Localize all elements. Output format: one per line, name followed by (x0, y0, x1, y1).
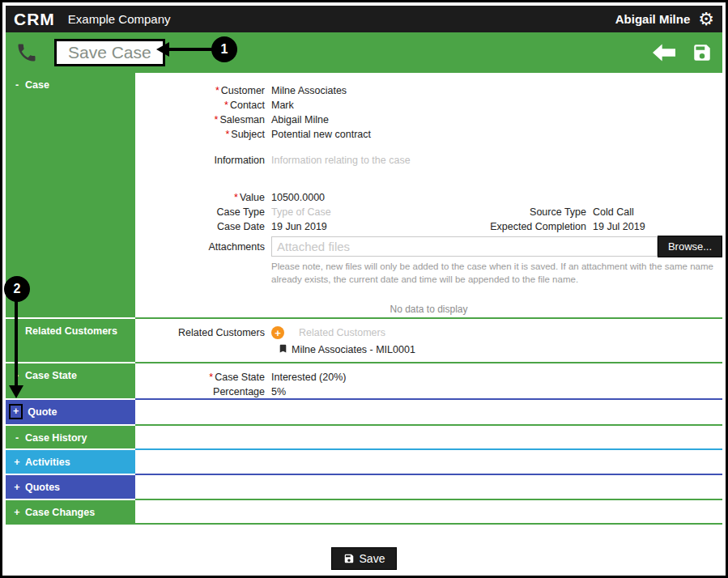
expand-icon[interactable]: + (12, 507, 22, 518)
footer: Save (6, 525, 722, 570)
required-marker: * (215, 114, 219, 125)
sidebar-item-label: Quote (28, 406, 57, 418)
sidebar-item-quote[interactable]: + Quote (6, 398, 135, 424)
customer-label: *Customer (135, 83, 271, 98)
save-button[interactable]: Save (331, 547, 398, 570)
related-customers-panel: Related Customers + Related Customers Mi… (135, 317, 722, 362)
spacer (135, 168, 722, 190)
case-type-label: Case Type (135, 205, 271, 219)
collapse-icon[interactable]: - (12, 79, 22, 91)
settings-gear-icon[interactable]: ⚙ (698, 11, 714, 28)
customer-value[interactable]: Milne Associates (271, 83, 347, 98)
information-field[interactable]: Information relating to the case (271, 153, 411, 168)
topbar: CRM Example Company Abigail Milne ⚙ (6, 6, 722, 32)
linked-customer[interactable]: Milne Associates - MIL0001 (278, 343, 722, 356)
required-marker: * (224, 100, 228, 111)
case-type-field[interactable]: Type of Case (271, 205, 439, 219)
toolbar: Save Case (6, 32, 722, 73)
section-case-changes: + Case Changes (6, 499, 722, 525)
annotation-step-1: 1 (211, 36, 237, 62)
add-related-customer-icon[interactable]: + (271, 326, 284, 339)
main-body: - Case *Customer Milne Associates *Conta… (6, 73, 722, 525)
spacer (135, 142, 722, 153)
value-label: *Value (135, 190, 271, 205)
sidebar-item-case-state[interactable]: - Case State (6, 362, 135, 398)
case-date-label: Case Date (135, 219, 271, 234)
contact-row: *Contact Mark (135, 98, 722, 113)
attachments-note: Please note, new files will only be adde… (271, 261, 719, 286)
percentage-value[interactable]: 5% (271, 385, 286, 398)
sidebar-item-label: Quotes (25, 482, 60, 493)
attachments-label: Attachments (135, 240, 271, 254)
collapse-icon[interactable]: - (12, 432, 22, 444)
case-state-row: *Case State Interested (20%) (135, 370, 722, 385)
expand-icon[interactable]: + (12, 482, 22, 493)
salesman-value[interactable]: Abigail Milne (271, 113, 329, 127)
expand-icon[interactable]: + (12, 457, 22, 468)
browse-button[interactable]: Browse... (658, 236, 722, 257)
information-label: Information (135, 153, 271, 168)
sidebar-item-quotes[interactable]: + Quotes (6, 474, 135, 499)
phone-icon[interactable] (15, 41, 38, 64)
user-name[interactable]: Abigail Milne (615, 12, 691, 26)
activities-panel (135, 448, 722, 474)
case-history-panel (135, 424, 722, 448)
sidebar-item-related-customers[interactable]: Related Customers (6, 317, 135, 362)
section-case: - Case *Customer Milne Associates *Conta… (6, 73, 722, 317)
value-field[interactable]: 10500.0000 (271, 190, 325, 205)
linked-customer-name[interactable]: Milne Associates - MIL0001 (292, 344, 415, 355)
contact-value[interactable]: Mark (271, 98, 294, 113)
subject-label: *Subject (135, 127, 271, 142)
case-form: *Customer Milne Associates *Contact Mark… (135, 73, 722, 317)
subject-row: *Subject Potential new contract (135, 127, 722, 142)
case-date-value[interactable]: 19 Jun 2019 (271, 219, 439, 234)
back-icon[interactable] (653, 44, 675, 62)
quote-panel (135, 398, 722, 424)
annotation-arrow-1-head (156, 42, 169, 57)
case-type-row: Case Type Type of Case Source Type Cold … (135, 205, 722, 219)
expand-icon[interactable]: + (9, 404, 23, 419)
required-marker: * (234, 192, 238, 203)
no-data-text: No data to display (135, 304, 722, 315)
sidebar-item-label: Case (25, 79, 49, 91)
annotation-step-2: 2 (4, 276, 30, 302)
attachments-input[interactable] (271, 236, 658, 257)
customer-row: *Customer Milne Associates (135, 83, 722, 98)
save-icon[interactable] (692, 42, 713, 63)
required-marker: * (215, 85, 219, 96)
case-state-panel: *Case State Interested (20%) Percentage … (135, 362, 722, 398)
save-button-label: Save (360, 552, 385, 565)
case-changes-panel (135, 499, 722, 525)
sidebar-item-label: Case State (25, 370, 77, 381)
bookmark-icon (278, 343, 288, 356)
annotation-arrow-1-line (169, 48, 215, 51)
expected-completion-value[interactable]: 19 Jul 2019 (593, 219, 722, 234)
percentage-label: Percentage (135, 385, 271, 398)
page-title: Save Case (54, 39, 165, 66)
section-quotes: + Quotes (6, 474, 722, 499)
section-case-state: - Case State *Case State Interested (20%… (6, 362, 722, 398)
sidebar-item-label: Related Customers (25, 325, 117, 337)
section-quote: + Quote (6, 398, 722, 424)
section-case-history: - Case History (6, 424, 722, 448)
sidebar-item-label: Case Changes (25, 507, 95, 518)
related-customers-field[interactable]: Related Customers (299, 327, 385, 338)
subject-value[interactable]: Potential new contract (271, 127, 371, 142)
annotation-arrow-2-head (9, 385, 23, 398)
sidebar-item-case-history[interactable]: - Case History (6, 424, 135, 448)
section-related-customers: Related Customers Related Customers + Re… (6, 317, 722, 362)
save-icon (343, 553, 355, 564)
attachments-row: Attachments Browse... (135, 236, 722, 257)
case-state-value[interactable]: Interested (20%) (271, 370, 346, 385)
related-customers-row: Related Customers + Related Customers (135, 326, 722, 339)
crm-logo: CRM (14, 10, 55, 29)
sidebar-item-case-changes[interactable]: + Case Changes (6, 499, 135, 525)
salesman-label: *Salesman (135, 113, 271, 127)
sidebar-item-activities[interactable]: + Activities (6, 448, 135, 474)
source-type-value[interactable]: Cold Call (593, 205, 722, 219)
sidebar-item-label: Case History (25, 432, 87, 444)
required-marker: * (225, 129, 229, 140)
page-title-text: Save Case (68, 43, 151, 62)
salesman-row: *Salesman Abigail Milne (135, 113, 722, 127)
required-marker: * (209, 372, 213, 383)
